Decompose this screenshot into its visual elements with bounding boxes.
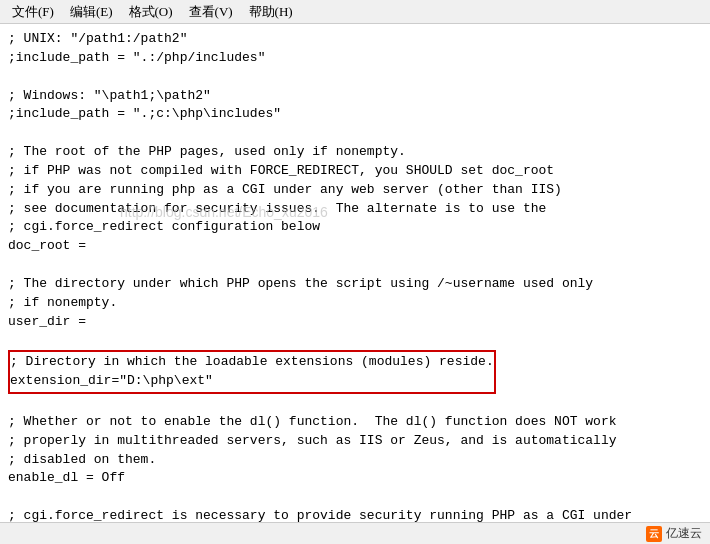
code-line-6: ; The root of the PHP pages, used only i… bbox=[8, 143, 702, 162]
code-line-7: ; if PHP was not compiled with FORCE_RED… bbox=[8, 162, 702, 181]
menu-format[interactable]: 格式(O) bbox=[121, 1, 181, 23]
menu-help[interactable]: 帮助(H) bbox=[241, 1, 301, 23]
code-content: http://blog.csdn.net/Echo_xu2016 ; UNIX:… bbox=[0, 24, 710, 522]
code-line-1: ;include_path = ".:/php/includes" bbox=[8, 49, 702, 68]
logo-text: 亿速云 bbox=[666, 525, 702, 542]
code-line-10: ; cgi.force_redirect configuration below bbox=[8, 218, 702, 237]
code-line-12 bbox=[8, 256, 702, 275]
code-line-13: ; The directory under which PHP opens th… bbox=[8, 275, 702, 294]
menubar: 文件(F) 编辑(E) 格式(O) 查看(V) 帮助(H) bbox=[0, 0, 710, 24]
logo-icon: 云 bbox=[646, 526, 662, 542]
menu-view[interactable]: 查看(V) bbox=[181, 1, 241, 23]
code-line-25: ; cgi.force_redirect is necessary to pro… bbox=[8, 507, 702, 522]
code-line-22: ; disabled on them. bbox=[8, 451, 702, 470]
menu-file[interactable]: 文件(F) bbox=[4, 1, 62, 23]
logo: 云 亿速云 bbox=[646, 525, 702, 542]
code-line-18: extension_dir="D:\php\ext" bbox=[10, 372, 494, 391]
code-line-19 bbox=[8, 394, 702, 413]
code-line-24 bbox=[8, 488, 702, 507]
menu-edit[interactable]: 编辑(E) bbox=[62, 1, 121, 23]
code-line-8: ; if you are running php as a CGI under … bbox=[8, 181, 702, 200]
code-line-15: user_dir = bbox=[8, 313, 702, 332]
code-line-11: doc_root = bbox=[8, 237, 702, 256]
code-line-9: ; see documentation for security issues.… bbox=[8, 200, 702, 219]
code-line-17: ; Directory in which the loadable extens… bbox=[10, 353, 494, 372]
statusbar: 云 亿速云 bbox=[0, 522, 710, 544]
code-line-3: ; Windows: "\path1;\path2" bbox=[8, 87, 702, 106]
highlighted-block: ; Directory in which the loadable extens… bbox=[8, 350, 496, 394]
code-line-21: ; properly in multithreaded servers, suc… bbox=[8, 432, 702, 451]
code-line-2 bbox=[8, 68, 702, 87]
code-line-20: ; Whether or not to enable the dl() func… bbox=[8, 413, 702, 432]
code-line-14: ; if nonempty. bbox=[8, 294, 702, 313]
code-line-23: enable_dl = Off bbox=[8, 469, 702, 488]
code-line-16 bbox=[8, 332, 702, 351]
code-line-5 bbox=[8, 124, 702, 143]
code-line-4: ;include_path = ".;c:\php\includes" bbox=[8, 105, 702, 124]
code-line-0: ; UNIX: "/path1:/path2" bbox=[8, 30, 702, 49]
